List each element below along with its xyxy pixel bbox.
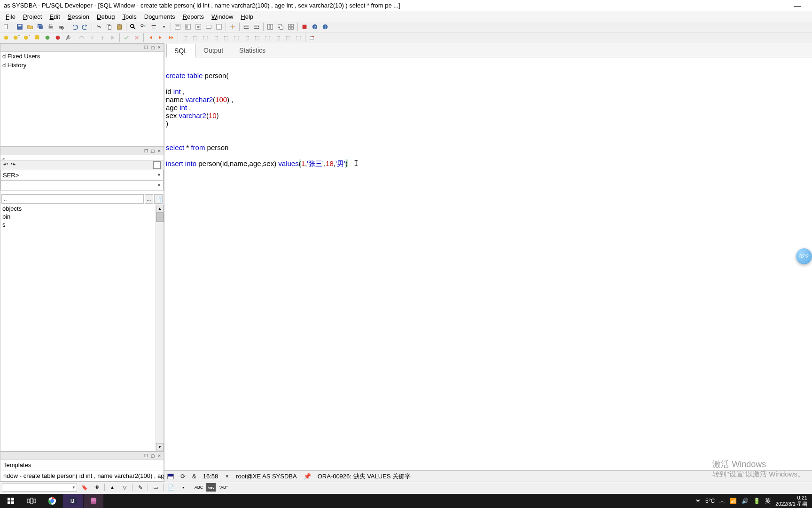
exec-yellow-icon[interactable] <box>1 33 11 42</box>
breakpoint-icon[interactable] <box>53 33 62 42</box>
wifi-icon[interactable]: 📶 <box>730 498 737 504</box>
menu-debug[interactable]: Debug <box>93 12 118 21</box>
nav5-icon[interactable]: ⬚ <box>221 33 231 42</box>
schema-combo[interactable]: ▼ <box>0 180 164 190</box>
find-combo[interactable]: ▼ <box>2 483 77 492</box>
commit-icon[interactable] <box>122 33 131 42</box>
find-down-icon[interactable]: ▽ <box>120 483 129 492</box>
menu-session[interactable]: Session <box>64 12 93 21</box>
intellij-icon[interactable]: IJ <box>63 494 83 508</box>
scroll-down-icon[interactable]: ▼ <box>156 443 164 451</box>
menu-tools[interactable]: Tools <box>118 12 140 21</box>
step-over-icon[interactable] <box>77 33 86 42</box>
start-button[interactable] <box>1 494 21 508</box>
find-abc-icon[interactable]: ABC <box>194 483 203 492</box>
filter-go-button[interactable]: 📄 <box>154 194 163 204</box>
chrome-icon[interactable] <box>42 494 62 508</box>
menu-edit[interactable]: Edit <box>46 12 63 21</box>
panel2-restore-icon[interactable]: ❐ <box>143 148 149 154</box>
window-cascade-icon[interactable] <box>276 22 285 32</box>
new-icon[interactable] <box>1 22 11 32</box>
browser-toggle-button[interactable] <box>153 161 161 169</box>
nav10-icon[interactable]: ⬚ <box>273 33 282 42</box>
tool-d-icon[interactable] <box>204 22 213 32</box>
stop-icon[interactable] <box>300 22 309 32</box>
panel4-close-icon[interactable]: ✕ <box>156 452 163 459</box>
menu-help[interactable]: Help <box>237 12 257 21</box>
prev-error-icon[interactable] <box>146 33 155 42</box>
status-dropdown-icon[interactable]: ▼ <box>225 474 229 479</box>
nav2-icon[interactable]: ⬚ <box>190 33 200 42</box>
panel4-restore-icon[interactable]: ❐ <box>143 452 149 459</box>
copy-icon[interactable] <box>104 22 114 32</box>
find-up-icon[interactable]: ▲ <box>108 483 117 492</box>
undo-icon[interactable] <box>70 22 79 32</box>
window-grid-icon[interactable] <box>286 22 296 32</box>
panel-restore-icon[interactable]: ❐ <box>143 44 149 51</box>
taskview-icon[interactable] <box>22 494 41 508</box>
scroll-up-icon[interactable]: ▲ <box>156 205 164 213</box>
open-icon[interactable] <box>25 22 35 32</box>
panel4-max-icon[interactable]: ▢ <box>149 452 156 459</box>
volume-icon[interactable]: 🔊 <box>742 498 749 504</box>
nav9-icon[interactable]: ⬚ <box>263 33 272 42</box>
panel-max-icon[interactable]: ▢ <box>149 44 156 51</box>
wrench-icon[interactable] <box>63 33 73 42</box>
tab-statistics[interactable]: Statistics <box>231 43 273 57</box>
panel2-close-icon[interactable]: ✕ <box>156 148 163 154</box>
find-doc-icon[interactable]: 📄 <box>166 483 176 492</box>
save-all-icon[interactable] <box>36 22 45 32</box>
print-icon[interactable] <box>46 22 55 32</box>
battery-icon[interactable]: 🔋 <box>753 498 760 504</box>
tray-chevron-icon[interactable]: ︿ <box>719 497 725 505</box>
rollback-icon[interactable] <box>132 33 141 42</box>
nav3-icon[interactable]: ⬚ <box>201 33 210 42</box>
find-rect-icon[interactable]: ▭ <box>151 483 160 492</box>
find-icon[interactable] <box>128 22 138 32</box>
panel2-max-icon[interactable]: ▢ <box>149 148 156 154</box>
dropdown-arrow-icon[interactable]: ▼ <box>159 22 169 32</box>
weather-temp[interactable]: 5°C <box>705 498 715 504</box>
next-error-icon[interactable] <box>156 33 165 42</box>
templates-title[interactable]: Templates <box>0 460 164 470</box>
minimize-button[interactable]: — <box>787 2 808 9</box>
find-bookmark-icon[interactable]: 🔖 <box>80 483 89 492</box>
nav8-icon[interactable]: ⬚ <box>252 33 262 42</box>
window-list-item[interactable]: ndow - create table person( id int , nam… <box>0 470 164 481</box>
tool-a-icon[interactable] <box>173 22 182 32</box>
browser-s[interactable]: s <box>0 221 156 229</box>
ime-indicator[interactable]: 英 <box>765 497 771 505</box>
browser-objects[interactable]: objects <box>0 205 156 213</box>
step-run-icon[interactable] <box>108 33 117 42</box>
indent-right-icon[interactable] <box>242 22 251 32</box>
tool-b-icon[interactable] <box>183 22 193 32</box>
find-doc-dd-icon[interactable]: ▾ <box>179 483 188 492</box>
taskbar-clock[interactable]: 0:21 2022/3/1 星期 <box>775 495 807 507</box>
nav4-icon[interactable]: ⬚ <box>211 33 220 42</box>
panel-close-icon[interactable]: ✕ <box>156 44 163 51</box>
filter-more-button[interactable]: ... <box>145 194 153 204</box>
nav7-icon[interactable]: ⬚ <box>242 33 251 42</box>
tab-sql[interactable]: SQL <box>166 44 195 57</box>
find-case-icon[interactable]: ᴀʙᴄ <box>206 483 216 492</box>
sql-editor[interactable]: create table person( id int , name varch… <box>164 57 812 470</box>
pin-icon[interactable]: 📌 <box>304 473 311 480</box>
filter-input[interactable] <box>1 194 144 204</box>
window-tile-icon[interactable] <box>265 22 275 32</box>
fixed-users-node[interactable]: d Fixed Users <box>0 52 164 61</box>
find-edit-icon[interactable]: ✎ <box>135 483 145 492</box>
last-error-icon[interactable] <box>166 33 176 42</box>
status-refresh[interactable]: ⟳ <box>180 473 186 480</box>
menu-project[interactable]: Project <box>19 12 46 21</box>
plsql-taskbar-icon[interactable] <box>84 494 103 508</box>
cut-icon[interactable]: ✂ <box>94 22 103 32</box>
export-icon[interactable] <box>307 33 317 42</box>
explain-icon[interactable] <box>228 22 237 32</box>
menu-documents[interactable]: Documents <box>141 12 179 21</box>
indent-left-icon[interactable] <box>252 22 261 32</box>
back-arrow-icon[interactable]: ↶ <box>3 161 8 169</box>
menu-window[interactable]: Window <box>208 12 237 21</box>
find-next-icon[interactable] <box>139 22 148 32</box>
find-quote-icon[interactable]: "AB" <box>219 483 228 492</box>
nav11-icon[interactable]: ⬚ <box>283 33 293 42</box>
